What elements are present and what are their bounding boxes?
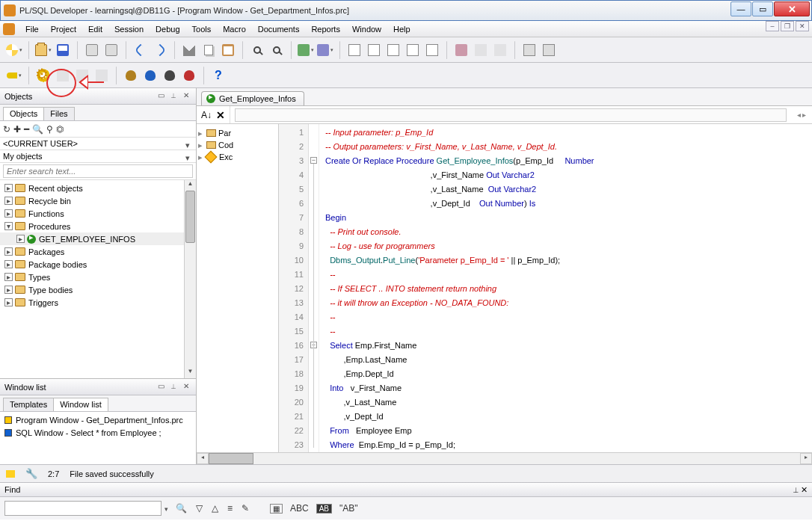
find-all-icon[interactable]: ≡ (226, 503, 234, 514)
mdi-restore-button[interactable]: ❐ (781, 21, 794, 31)
new-button[interactable] (6, 42, 22, 58)
fold-column[interactable]: −− (309, 124, 319, 452)
find-next-icon[interactable]: 🔍 (174, 503, 188, 514)
print-button[interactable] (84, 42, 100, 58)
object-search-input[interactable] (3, 164, 193, 178)
help-button[interactable]: ? (210, 67, 227, 84)
find-scope-icon[interactable]: ▦ (270, 504, 283, 514)
outline-item[interactable]: ▸Cod (198, 139, 277, 151)
save-button[interactable] (55, 42, 71, 58)
app-menu-icon[interactable] (3, 23, 15, 35)
filter-icon[interactable]: ⚲ (46, 124, 53, 135)
find-button[interactable] (249, 42, 265, 58)
find-case-icon[interactable]: ABC (289, 503, 310, 514)
more-icon[interactable]: ⏣ (56, 124, 64, 135)
wl-close-icon[interactable]: ✕ (181, 382, 191, 392)
tb-misc-1[interactable] (346, 42, 363, 58)
find-input[interactable] (4, 501, 162, 516)
filter-combo[interactable]: My objects (0, 150, 196, 163)
tree-functions[interactable]: ▸Functions (0, 207, 196, 220)
panel-dock-icon[interactable]: ▭ (156, 91, 166, 102)
find-close-icon[interactable]: ✕ (801, 485, 808, 495)
remove-icon[interactable]: ━ (24, 124, 29, 135)
find-up-icon[interactable]: △ (210, 503, 220, 514)
rollback-button[interactable] (93, 67, 110, 84)
wl-dock-icon[interactable]: ▭ (156, 382, 166, 392)
window-tile-button[interactable] (521, 42, 538, 58)
tree-recycle-bin[interactable]: ▸Recycle bin (0, 194, 196, 207)
tb-misc-7[interactable] (473, 42, 489, 58)
tb-misc-6[interactable] (453, 42, 470, 58)
tb-misc-5[interactable] (424, 42, 440, 58)
add-icon[interactable]: ✚ (13, 124, 21, 135)
tb-misc-3[interactable] (385, 42, 402, 58)
code-outline[interactable]: ▸Par▸Cod▸Exc (197, 124, 279, 452)
panel-pin-icon[interactable]: ⟂ (168, 91, 179, 102)
undo-button[interactable] (132, 42, 149, 58)
tb-misc-2[interactable] (366, 42, 382, 58)
db-tool-3[interactable] (162, 67, 178, 84)
tree-type-bodies[interactable]: ▸Type bodies (0, 283, 196, 296)
db-tool-2[interactable] (142, 67, 159, 84)
find-down-icon[interactable]: ▽ (194, 503, 204, 514)
outline-item[interactable]: ▸Exc (198, 151, 277, 163)
copy-button[interactable] (200, 42, 217, 58)
outline-item[interactable]: ▸Par (198, 127, 277, 139)
menu-session[interactable]: Session (108, 22, 150, 36)
find-pin-icon[interactable]: ⟂ (793, 485, 799, 495)
breadcrumb-bar[interactable] (235, 108, 787, 122)
menu-debug[interactable]: Debug (150, 22, 185, 36)
panel-close-icon[interactable]: ✕ (181, 91, 191, 102)
redo-button[interactable] (152, 42, 168, 58)
find-history-drop[interactable] (167, 504, 168, 513)
tree-recent-objects[interactable]: ▸Recent objects (0, 182, 196, 194)
db-tool-4[interactable] (181, 67, 197, 84)
find-replace-button[interactable] (268, 42, 285, 58)
tree-item-get_employee_infos[interactable]: ▸GET_EMPLOYEE_INFOS (0, 232, 196, 245)
open-button[interactable] (35, 42, 52, 58)
minimize-button[interactable]: — (731, 1, 751, 16)
tab-windowlist[interactable]: Window list (53, 398, 108, 411)
code-editor[interactable]: -- Input parameter: p_Emp_Id-- Output pa… (319, 124, 812, 452)
editor-hscroll[interactable]: ◂▸ (197, 452, 812, 464)
menu-edit[interactable]: Edit (82, 22, 108, 36)
user-combo[interactable]: <CURRENT USER> (0, 138, 196, 150)
sort-icon[interactable]: A↓ (201, 110, 212, 120)
tree-package-bodies[interactable]: ▸Package bodies (0, 258, 196, 271)
execute-button[interactable] (35, 67, 52, 84)
clear-icon[interactable]: ✕ (216, 109, 225, 121)
objects-tree[interactable]: ▸Recent objects▸Recycle bin▸Functions▾Pr… (0, 180, 196, 378)
find-word-icon[interactable]: AB (316, 504, 332, 514)
logon-button[interactable] (6, 67, 22, 84)
menu-documents[interactable]: Documents (252, 22, 306, 36)
mdi-close-button[interactable]: ✕ (796, 21, 809, 31)
paste-button[interactable] (220, 42, 236, 58)
menu-file[interactable]: File (19, 22, 45, 36)
maximize-button[interactable]: ▭ (752, 1, 773, 16)
tree-types[interactable]: ▸Types (0, 271, 196, 283)
mdi-minimize-button[interactable]: – (766, 21, 779, 31)
find-regex-icon[interactable]: "AB" (338, 503, 360, 514)
tree-procedures[interactable]: ▾Procedures (0, 220, 196, 232)
tb-misc-8[interactable] (492, 42, 508, 58)
tree-triggers[interactable]: ▸Triggers (0, 296, 196, 309)
cut-button[interactable] (181, 42, 197, 58)
db-tool-1[interactable] (123, 67, 139, 84)
wl-pin-icon[interactable]: ⟂ (168, 382, 179, 392)
print-setup-button[interactable] (103, 42, 120, 58)
explain-plan-button[interactable] (298, 42, 314, 58)
find-highlight-icon[interactable]: ✎ (240, 503, 250, 514)
tree-packages[interactable]: ▸Packages (0, 245, 196, 258)
tab-files[interactable]: Files (43, 107, 74, 120)
menu-help[interactable]: Help (387, 22, 416, 36)
tab-objects[interactable]: Objects (3, 107, 44, 120)
menu-project[interactable]: Project (45, 22, 82, 36)
menu-window[interactable]: Window (346, 22, 387, 36)
editor-tab[interactable]: Get_Employee_Infos (201, 91, 304, 105)
menu-reports[interactable]: Reports (305, 22, 346, 36)
tb-misc-4[interactable] (405, 42, 421, 58)
menu-tools[interactable]: Tools (186, 22, 218, 36)
menu-macro[interactable]: Macro (217, 22, 252, 36)
commit-button[interactable] (74, 67, 90, 84)
window-cascade-button[interactable] (541, 42, 557, 58)
